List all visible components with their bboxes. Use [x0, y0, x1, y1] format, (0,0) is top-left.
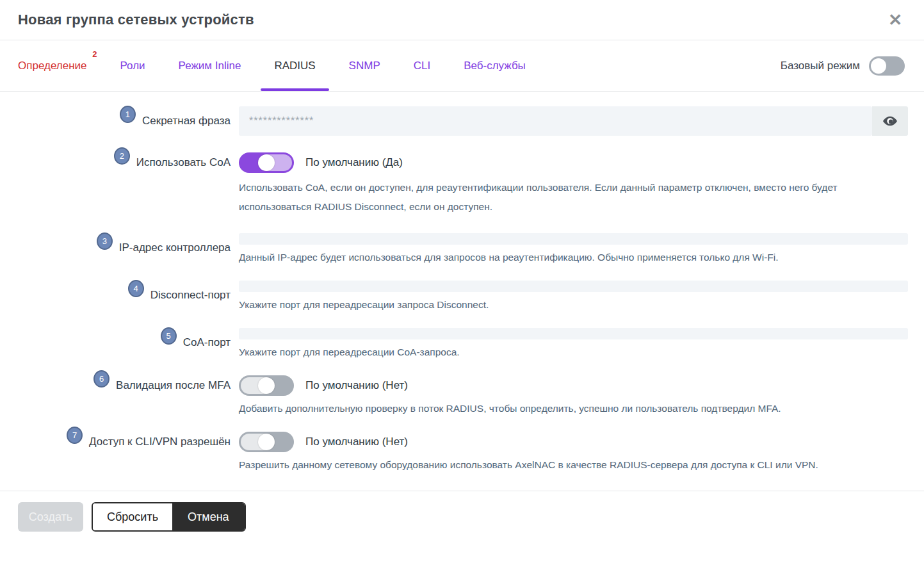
use-coa-description: Использовать CoA, если он доступен, для …	[239, 178, 886, 216]
step-badge-4: 4	[128, 280, 144, 297]
tab-inline-mode[interactable]: Режим Inline	[179, 40, 241, 91]
step-badge-1: 1	[120, 106, 136, 123]
step-badge-5: 5	[161, 327, 177, 345]
disconnect-port-description: Укажите порт для переадресации запроса D…	[239, 298, 886, 311]
form-row-secret-phrase: 1 Секретная фраза	[0, 106, 924, 136]
basic-mode-control: Базовый режим	[781, 40, 905, 91]
step-badge-6: 6	[93, 370, 109, 388]
tab-label: Роли	[120, 60, 145, 72]
tab-snmp[interactable]: SNMP	[349, 40, 380, 91]
create-button[interactable]: Создать	[18, 502, 83, 532]
reset-button[interactable]: Сбросить	[93, 503, 172, 530]
coa-port-label: CoA-порт	[183, 336, 231, 349]
basic-mode-label: Базовый режим	[781, 60, 860, 72]
secondary-button-group: Сбросить Отмена	[92, 502, 246, 532]
cli-vpn-access-description: Разрешить данному сетевому оборудованию …	[239, 459, 886, 471]
disconnect-port-input[interactable]	[239, 281, 908, 292]
use-coa-status: По умолчанию (Да)	[305, 156, 403, 169]
controller-ip-label: IP-адрес контроллера	[119, 241, 231, 254]
form-row-disconnect-port: 4 Disconnect-порт Укажите порт для переа…	[0, 281, 924, 311]
toggle-knob	[258, 434, 275, 450]
controller-ip-input[interactable]	[239, 233, 908, 245]
form-row-mfa-validation: 6 Валидация после MFA По умолчанию (Нет)…	[0, 375, 924, 415]
step-badge-3: 3	[97, 233, 113, 250]
cancel-button[interactable]: Отмена	[172, 503, 245, 530]
form-row-controller-ip: 3 IP-адрес контроллера Данный IP-адрес б…	[0, 233, 924, 264]
dialog-title: Новая группа сетевых устройств	[18, 12, 254, 28]
coa-port-input[interactable]	[239, 328, 908, 339]
close-icon: ✕	[888, 10, 902, 29]
tab-cli[interactable]: CLI	[414, 40, 430, 91]
form-row-coa-port: 5 CoA-порт Укажите порт для переадресаци…	[0, 328, 924, 359]
secret-phrase-input[interactable]	[239, 106, 872, 136]
radius-form: 1 Секретная фраза 2 Использовать CoA	[0, 92, 924, 471]
tab-label: RADIUS	[274, 60, 315, 72]
close-button[interactable]: ✕	[886, 9, 905, 31]
coa-port-description: Укажите порт для переадресации CoA-запро…	[239, 346, 886, 359]
toggle-knob	[258, 377, 275, 394]
use-coa-toggle[interactable]	[239, 152, 294, 173]
dialog-header: Новая группа сетевых устройств ✕	[0, 0, 924, 40]
tab-label: Веб-службы	[464, 60, 526, 72]
secret-phrase-label: Секретная фраза	[142, 115, 231, 127]
step-badge-7: 7	[67, 427, 83, 444]
cli-vpn-access-label: Доступ к CLI/VPN разрешён	[89, 436, 231, 448]
cli-vpn-access-toggle[interactable]	[239, 432, 294, 452]
password-visibility-button[interactable]	[872, 106, 908, 136]
eye-icon	[882, 113, 898, 129]
cli-vpn-access-status: По умолчанию (Нет)	[305, 436, 408, 448]
form-row-cli-vpn-access: 7 Доступ к CLI/VPN разрешён По умолчанию…	[0, 432, 924, 471]
mfa-validation-status: По умолчанию (Нет)	[305, 379, 408, 392]
toggle-knob	[871, 58, 886, 74]
tab-definition[interactable]: Определение 2	[18, 40, 87, 91]
form-row-use-coa: 2 Использовать CoA По умолчанию (Да) Исп…	[0, 152, 924, 216]
step-badge-2: 2	[114, 147, 130, 165]
tab-web-services[interactable]: Веб-службы	[464, 40, 526, 91]
secret-phrase-field	[239, 106, 908, 136]
controller-ip-description: Данный IP-адрес будет использоваться для…	[239, 251, 886, 264]
tab-label: Режим Inline	[179, 60, 241, 72]
tab-bar: Определение 2 Роли Режим Inline RADIUS S…	[0, 40, 924, 92]
disconnect-port-label: Disconnect-порт	[150, 289, 231, 302]
toggle-knob	[258, 154, 275, 171]
tab-radius[interactable]: RADIUS	[274, 40, 315, 91]
mfa-validation-toggle[interactable]	[239, 375, 294, 396]
mfa-validation-label: Валидация после MFA	[116, 379, 231, 392]
tab-error-badge: 2	[92, 49, 97, 59]
use-coa-label: Использовать CoA	[136, 156, 231, 169]
tab-roles[interactable]: Роли	[120, 40, 145, 91]
basic-mode-toggle[interactable]	[869, 56, 905, 76]
tab-label: Определение	[18, 60, 87, 72]
tab-label: CLI	[414, 60, 430, 72]
tab-label: SNMP	[349, 60, 380, 72]
dialog-footer: Создать Сбросить Отмена	[0, 491, 924, 532]
mfa-validation-description: Добавить дополнительную проверку в поток…	[239, 402, 886, 415]
